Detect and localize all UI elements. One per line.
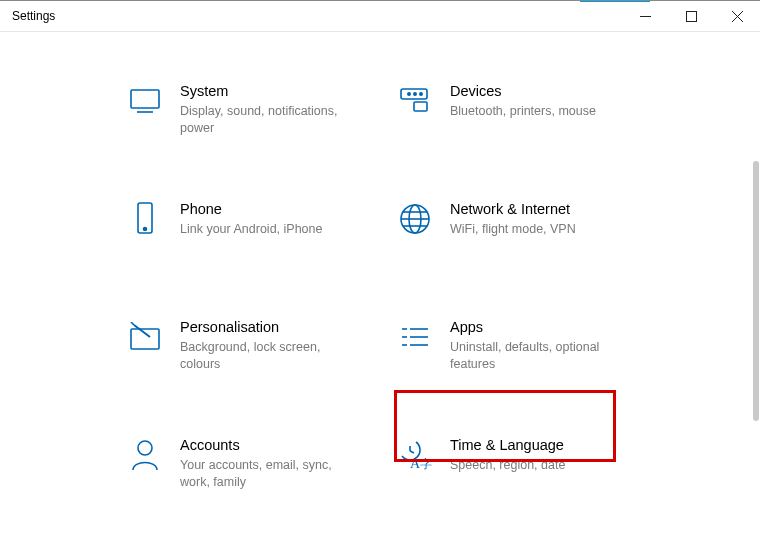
titlebar: Settings (0, 1, 760, 32)
tile-text: Phone Link your Android, iPhone (180, 200, 322, 238)
tile-desc: Link your Android, iPhone (180, 221, 322, 238)
settings-grid: System Display, sound, notifications, po… (128, 82, 752, 538)
tile-title: Personalisation (180, 318, 350, 337)
apps-icon (398, 320, 432, 354)
maximize-button[interactable] (668, 1, 714, 31)
tile-accounts[interactable]: Accounts Your accounts, email, sync, wor… (128, 436, 378, 500)
tile-text: Apps Uninstall, defaults, optional featu… (450, 318, 620, 373)
svg-line-19 (134, 325, 150, 337)
tile-phone[interactable]: Phone Link your Android, iPhone (128, 200, 378, 264)
svg-point-10 (420, 93, 422, 95)
tile-personalisation[interactable]: Personalisation Background, lock screen,… (128, 318, 378, 382)
svg-rect-1 (686, 11, 696, 21)
tile-apps[interactable]: Apps Uninstall, defaults, optional featu… (398, 318, 648, 382)
tile-title: Devices (450, 82, 596, 101)
window-title: Settings (12, 9, 55, 23)
close-button[interactable] (714, 1, 760, 31)
phone-icon (128, 202, 162, 236)
content-area: System Display, sound, notifications, po… (0, 32, 752, 538)
devices-icon (398, 84, 432, 118)
minimize-button[interactable] (622, 1, 668, 31)
window-controls (622, 1, 760, 31)
tile-text: Time & Language Speech, region, date (450, 436, 565, 474)
tile-text: Devices Bluetooth, printers, mouse (450, 82, 596, 120)
scrollbar-thumb[interactable] (753, 161, 759, 421)
system-icon (128, 84, 162, 118)
tile-desc: Your accounts, email, sync, work, family (180, 457, 350, 491)
accent-strip (580, 0, 650, 2)
tile-title: System (180, 82, 350, 101)
tile-title: Network & Internet (450, 200, 576, 219)
personalisation-icon (128, 320, 162, 354)
svg-point-8 (408, 93, 410, 95)
tile-desc: Speech, region, date (450, 457, 565, 474)
minimize-icon (640, 11, 651, 22)
tile-text: Accounts Your accounts, email, sync, wor… (180, 436, 350, 491)
svg-line-28 (410, 451, 414, 453)
tile-system[interactable]: System Display, sound, notifications, po… (128, 82, 378, 146)
tile-text: Personalisation Background, lock screen,… (180, 318, 350, 373)
settings-window: Settings System Display, sound, notifica… (0, 0, 760, 538)
svg-point-12 (144, 228, 147, 231)
tile-title: Apps (450, 318, 620, 337)
network-icon (398, 202, 432, 236)
tile-network[interactable]: Network & Internet WiFi, flight mode, VP… (398, 200, 648, 264)
time-language-icon: A字 (398, 438, 432, 472)
tile-text: System Display, sound, notifications, po… (180, 82, 350, 137)
tile-desc: Display, sound, notifications, power (180, 103, 350, 137)
tile-desc: WiFi, flight mode, VPN (450, 221, 576, 238)
close-icon (732, 11, 743, 22)
svg-text:字: 字 (420, 457, 432, 471)
svg-point-9 (414, 93, 416, 95)
tile-time-language[interactable]: A字 Time & Language Speech, region, date (398, 436, 648, 500)
accounts-icon (128, 438, 162, 472)
tile-desc: Bluetooth, printers, mouse (450, 103, 596, 120)
tile-text: Network & Internet WiFi, flight mode, VP… (450, 200, 576, 238)
tile-desc: Uninstall, defaults, optional features (450, 339, 620, 373)
maximize-icon (686, 11, 697, 22)
tile-title: Phone (180, 200, 322, 219)
svg-point-26 (138, 441, 152, 455)
tile-title: Time & Language (450, 436, 565, 455)
svg-rect-7 (414, 102, 427, 111)
tile-desc: Background, lock screen, colours (180, 339, 350, 373)
svg-rect-4 (131, 90, 159, 108)
tile-devices[interactable]: Devices Bluetooth, printers, mouse (398, 82, 648, 146)
tile-title: Accounts (180, 436, 350, 455)
